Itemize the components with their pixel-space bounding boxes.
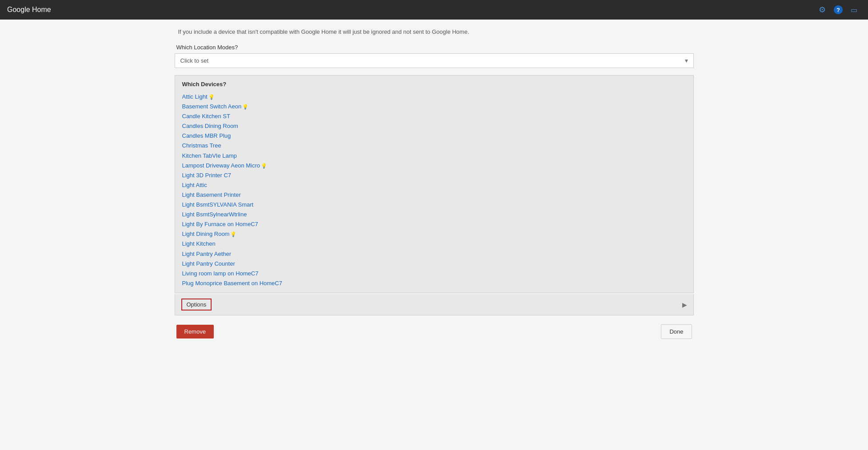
location-modes-dropdown-wrapper: Click to set ▼ <box>175 53 694 68</box>
info-text: If you include a device that isn't compa… <box>175 28 694 35</box>
main-content: If you include a device that isn't compa… <box>168 20 701 348</box>
device-link[interactable]: Light By Furnace on HomeC7 <box>182 221 258 227</box>
list-item: Light By Furnace on HomeC7 <box>182 219 686 229</box>
device-bulb-icon: 💡 <box>242 103 248 111</box>
list-item: Light BsmtSylnearWtrline <box>182 210 686 219</box>
remove-button[interactable]: Remove <box>176 325 214 338</box>
list-item: Kitchen TabVIe Lamp <box>182 151 686 161</box>
device-link[interactable]: Candle Kitchen ST <box>182 113 230 119</box>
list-item: Light Pantry Aether <box>182 249 686 259</box>
options-arrow-icon: ▶ <box>682 301 687 308</box>
list-item: Plug Monoprice Basement on HomeC7 <box>182 279 686 287</box>
options-label[interactable]: Options <box>181 299 212 311</box>
list-item: Light Dining Room 💡 <box>182 229 686 239</box>
device-bulb-icon: 💡 <box>230 230 236 239</box>
bottom-buttons: Remove Done <box>175 324 694 339</box>
device-link[interactable]: Basement Switch Aeon <box>182 103 242 110</box>
device-link[interactable]: Light Basement Printer <box>182 191 241 198</box>
list-item: Living room lamp on HomeC7 <box>182 269 686 279</box>
device-link[interactable]: Attic Light <box>182 93 208 100</box>
device-link[interactable]: Light 3D Printer C7 <box>182 172 232 179</box>
device-link[interactable]: Candles Dining Room <box>182 123 238 129</box>
devices-panel-title: Which Devices? <box>182 81 686 88</box>
device-link[interactable]: Kitchen TabVIe Lamp <box>182 152 237 159</box>
list-item: Light Kitchen <box>182 239 686 249</box>
list-item: Light 3D Printer C7 <box>182 171 686 180</box>
location-modes-select[interactable]: Click to set <box>175 53 694 68</box>
list-item: Attic Light 💡 <box>182 92 686 102</box>
device-link[interactable]: Light Kitchen <box>182 240 216 247</box>
device-link[interactable]: Lampost Driveway Aeon Micro <box>182 162 260 169</box>
list-item: Candles MBR Plug <box>182 131 686 141</box>
device-link[interactable]: Light Pantry Aether <box>182 251 232 257</box>
list-item: Light BsmtSYLVANIA Smart <box>182 200 686 210</box>
done-button[interactable]: Done <box>661 324 692 339</box>
topbar: Google Home ⚙ ? ▭ <box>0 0 868 20</box>
gear-icon[interactable]: ⚙ <box>819 5 826 15</box>
list-item: Christmas Tree <box>182 141 686 151</box>
list-item: Candle Kitchen ST <box>182 112 686 121</box>
device-link[interactable]: Plug Monoprice Basement on HomeC7 <box>182 280 282 287</box>
device-bulb-icon: 💡 <box>208 93 215 101</box>
device-list: Attic Light 💡Basement Switch Aeon 💡Candl… <box>182 92 686 287</box>
device-link[interactable]: Light BsmtSylnearWtrline <box>182 211 247 218</box>
device-link[interactable]: Light Pantry Counter <box>182 260 235 267</box>
devices-scroll[interactable]: Attic Light 💡Basement Switch Aeon 💡Candl… <box>182 92 686 287</box>
list-item: Lampost Driveway Aeon Micro 💡 <box>182 161 686 171</box>
devices-panel: Which Devices? Attic Light 💡Basement Swi… <box>175 75 694 293</box>
options-row[interactable]: Options ▶ <box>175 294 694 315</box>
topbar-icons: ⚙ ? ▭ <box>819 5 861 15</box>
device-link[interactable]: Light Attic <box>182 182 207 188</box>
device-link[interactable]: Christmas Tree <box>182 142 221 149</box>
list-item: Light Attic <box>182 180 686 190</box>
list-item: Light Basement Printer <box>182 190 686 200</box>
help-icon[interactable]: ? <box>834 5 843 14</box>
device-link[interactable]: Candles MBR Plug <box>182 132 231 139</box>
list-item: Candles Dining Room <box>182 121 686 131</box>
location-modes-label: Which Location Modes? <box>175 44 694 51</box>
device-link[interactable]: Light Dining Room <box>182 231 230 237</box>
app-title: Google Home <box>7 6 51 14</box>
device-link[interactable]: Light BsmtSYLVANIA Smart <box>182 201 254 208</box>
list-item: Light Pantry Counter <box>182 259 686 269</box>
device-bulb-icon: 💡 <box>261 162 267 170</box>
device-link[interactable]: Living room lamp on HomeC7 <box>182 270 259 277</box>
list-item: Basement Switch Aeon 💡 <box>182 102 686 112</box>
screen-icon[interactable]: ▭ <box>851 6 857 14</box>
